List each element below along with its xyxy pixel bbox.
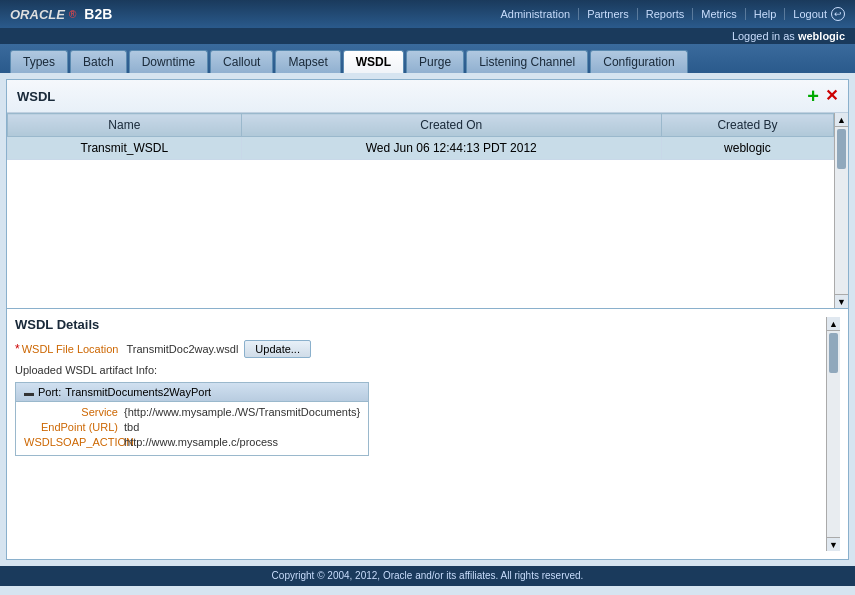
details-scroll-thumb[interactable] [829, 333, 838, 373]
add-button[interactable]: + [807, 86, 819, 106]
scrollbar[interactable]: ▲ ▼ [834, 113, 848, 308]
main-content: WSDL + ✕ Name Created On Created By [0, 73, 855, 566]
scroll-down[interactable]: ▼ [835, 294, 848, 308]
port-row-soap-action: WSDLSOAP_ACTION http://www.mysample.c/pr… [24, 436, 360, 448]
port-content: Service {http://www.mysample./WS/Transmi… [16, 402, 368, 455]
username: weblogic [798, 30, 845, 42]
port-row-service: Service {http://www.mysample./WS/Transmi… [24, 406, 360, 418]
tab-configuration[interactable]: Configuration [590, 50, 687, 73]
port-box: ▬ Port: TransmitDocuments2WayPort Servic… [15, 382, 369, 456]
wsdl-file-value: TransmitDoc2way.wsdl [126, 343, 238, 355]
port-row-endpoint: EndPoint (URL) tbd [24, 421, 360, 433]
tab-mapset[interactable]: Mapset [275, 50, 340, 73]
cell-created-by: weblogic [661, 137, 833, 160]
details-scroll-track[interactable] [827, 331, 840, 537]
details-scrollbar[interactable]: ▲ ▼ [826, 317, 840, 551]
nav-reports[interactable]: Reports [638, 8, 694, 20]
required-star: * [15, 342, 20, 356]
wsdl-file-label: WSDL File Location [22, 343, 119, 355]
endpoint-value: tbd [124, 421, 139, 433]
port-label: Port: [38, 386, 61, 398]
nav-administration[interactable]: Administration [492, 8, 579, 20]
scroll-track[interactable] [835, 127, 848, 294]
panel-title: WSDL [17, 89, 55, 104]
tab-downtime[interactable]: Downtime [129, 50, 208, 73]
b2b-logo-text: B2B [84, 6, 112, 22]
table-row[interactable]: Transmit_WSDL Wed Jun 06 12:44:13 PDT 20… [8, 137, 834, 160]
port-name: TransmitDocuments2WayPort [65, 386, 211, 398]
logout-label: Logout [793, 8, 827, 20]
wsdl-panel: WSDL + ✕ Name Created On Created By [6, 79, 849, 309]
panel-actions: + ✕ [807, 86, 838, 106]
service-value: {http://www.mysample./WS/TransmitDocumen… [124, 406, 360, 418]
logout-icon: ↩ [831, 7, 845, 21]
wsdl-file-row: * WSDL File Location TransmitDoc2way.wsd… [15, 340, 826, 358]
oracle-logo-text: ORACLE [10, 7, 65, 22]
col-name: Name [8, 114, 242, 137]
tab-purge[interactable]: Purge [406, 50, 464, 73]
footer: Copyright © 2004, 2012, Oracle and/or it… [0, 566, 855, 586]
details-scroll-down[interactable]: ▼ [827, 537, 840, 551]
tabs-bar: Types Batch Downtime Callout Mapset WSDL… [0, 44, 855, 73]
nav-logout[interactable]: Logout ↩ [785, 7, 845, 21]
scroll-thumb[interactable] [837, 129, 846, 169]
soap-action-label: WSDLSOAP_ACTION [24, 436, 124, 448]
service-label: Service [24, 406, 124, 418]
header: ORACLE ® B2B Administration Partners Rep… [0, 0, 855, 28]
tab-wsdl[interactable]: WSDL [343, 50, 404, 73]
tab-types[interactable]: Types [10, 50, 68, 73]
artifact-label: Uploaded WSDL artifact Info: [15, 364, 826, 376]
col-created-on: Created On [241, 114, 661, 137]
details-title: WSDL Details [15, 317, 826, 332]
scroll-up[interactable]: ▲ [835, 113, 848, 127]
endpoint-label: EndPoint (URL) [24, 421, 124, 433]
details-panel: WSDL Details * WSDL File Location Transm… [6, 309, 849, 560]
port-header: ▬ Port: TransmitDocuments2WayPort [16, 383, 368, 402]
nav-help[interactable]: Help [746, 8, 786, 20]
header-nav: Administration Partners Reports Metrics … [492, 7, 845, 21]
details-scroll-up[interactable]: ▲ [827, 317, 840, 331]
wsdl-table: Name Created On Created By Transmit_WSDL… [7, 113, 834, 160]
col-created-by: Created By [661, 114, 833, 137]
tab-listening-channel[interactable]: Listening Channel [466, 50, 588, 73]
tab-batch[interactable]: Batch [70, 50, 127, 73]
logged-in-bar: Logged in as weblogic [0, 28, 855, 44]
collapse-icon[interactable]: ▬ [24, 387, 34, 398]
cell-created-on: Wed Jun 06 12:44:13 PDT 2012 [241, 137, 661, 160]
cell-name: Transmit_WSDL [8, 137, 242, 160]
logo-registered: ® [69, 9, 76, 20]
nav-metrics[interactable]: Metrics [693, 8, 745, 20]
logo: ORACLE ® B2B [10, 6, 112, 22]
logged-in-text: Logged in as [732, 30, 798, 42]
table-area: Name Created On Created By Transmit_WSDL… [7, 113, 848, 308]
table-container: Name Created On Created By Transmit_WSDL… [7, 113, 834, 308]
delete-button[interactable]: ✕ [825, 86, 838, 106]
nav-partners[interactable]: Partners [579, 8, 638, 20]
soap-action-value: http://www.mysample.c/process [124, 436, 278, 448]
details-content: WSDL Details * WSDL File Location Transm… [15, 317, 826, 551]
tab-callout[interactable]: Callout [210, 50, 273, 73]
update-button[interactable]: Update... [244, 340, 311, 358]
panel-header: WSDL + ✕ [7, 80, 848, 113]
